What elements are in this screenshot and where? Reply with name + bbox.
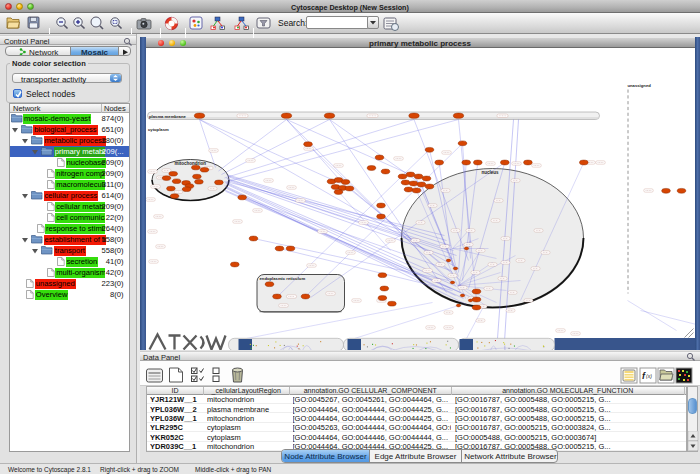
svg-text:endoplasmic reticulum: endoplasmic reticulum bbox=[259, 275, 305, 280]
svg-text:plasma membrane: plasma membrane bbox=[149, 113, 186, 118]
svg-text:unassigned: unassigned bbox=[627, 83, 651, 88]
svg-text:mitochondrion: mitochondrion bbox=[174, 160, 206, 165]
svg-text:cytoplasm: cytoplasm bbox=[148, 127, 169, 132]
svg-text:(x): (x) bbox=[646, 373, 652, 379]
svg-text:nucleus: nucleus bbox=[481, 170, 499, 175]
